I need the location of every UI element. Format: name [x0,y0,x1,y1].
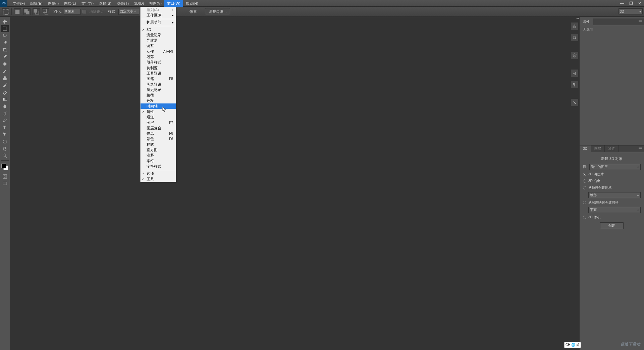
refine-edge-button[interactable]: 调整边缘... [205,8,230,15]
selection-add-icon[interactable] [23,8,31,15]
menu-item-[interactable]: 扩展功能 [141,20,176,25]
screenmode-toggle[interactable] [1,180,9,187]
menu-item-[interactable]: 画笔预设 [141,82,176,87]
color-swatches[interactable] [1,163,9,171]
pen-tool[interactable] [1,117,9,124]
menu-type[interactable]: 文字(Y) [79,0,97,7]
menu-item-[interactable]: 色板 [141,98,176,103]
zoom-tool[interactable] [1,152,9,159]
menu-item-[interactable]: 信息F8 [141,131,176,136]
layers-icon[interactable] [571,51,579,59]
type-tool[interactable]: T [1,124,9,131]
menu-item-[interactable]: 仿制源 [141,65,176,71]
menu-item-[interactable]: 路径 [141,92,176,98]
menu-item-[interactable]: 通道 [141,115,176,120]
menu-file[interactable]: 文件(F) [10,0,28,7]
radio-postcard[interactable] [583,173,586,176]
panel-menu-icon[interactable] [639,146,643,149]
workspace-mode-select[interactable]: 3D÷ [619,8,643,14]
feather-input[interactable]: 0 像素 [64,9,80,15]
marquee-tool-icon[interactable] [2,8,9,15]
menu-item-[interactable]: 字符样式 [141,164,176,169]
menu-item-[interactable]: 动作Alt+F9 [141,49,176,54]
menu-item-[interactable]: ✓属性 [141,109,176,114]
menu-item-[interactable]: 直方图 [141,147,176,152]
history-icon[interactable] [571,34,579,42]
menu-3d[interactable]: 3D(D) [131,0,147,7]
antialias-checkbox[interactable] [83,10,86,13]
maximize-button[interactable]: ❐ [627,0,635,7]
menu-image[interactable]: 图像(I) [45,0,61,7]
eraser-tool[interactable] [1,89,9,96]
marquee-tool[interactable] [1,25,9,32]
menu-item-[interactable]: 颜色F6 [141,136,176,142]
healing-tool[interactable] [1,60,9,68]
menu-layer[interactable]: 图层(L) [61,0,78,7]
ime-indicator[interactable]: CH 🌐 简 [564,342,581,348]
radio-depth[interactable] [583,201,586,204]
preset-select[interactable]: 锥形÷ [588,192,641,198]
menu-window[interactable]: 窗口(W) [164,0,183,7]
radio-extrude[interactable] [583,179,586,183]
selection-subtract-icon[interactable] [33,8,40,15]
panel-menu-icon[interactable] [639,19,643,23]
shape-tool[interactable] [1,138,9,145]
blur-tool[interactable] [1,103,9,110]
menu-item-K[interactable]: 工作区(K) [141,12,176,18]
menu-item-[interactable]: 图层复合 [141,125,176,131]
menu-item-[interactable]: 导航器 [141,38,176,43]
source-select[interactable]: 选中的图层÷ [589,164,641,170]
menu-item-[interactable]: 图层F7 [141,120,176,125]
hand-tool[interactable] [1,145,9,152]
3d-tab[interactable]: 3D [580,145,591,152]
menu-item-[interactable]: 历史记录 [141,87,176,92]
menu-item-[interactable]: ✓选项 [141,171,176,176]
menu-item-[interactable]: 调整 [141,43,176,49]
menu-item-[interactable]: 段落样式 [141,60,176,65]
menu-item-[interactable]: 测量记录 [141,32,176,38]
eyedropper-tool[interactable] [1,53,9,60]
radio-volume[interactable] [583,216,586,219]
menu-item-[interactable]: 注释 [141,153,176,158]
foreground-color[interactable] [1,164,6,168]
paragraph-icon[interactable] [571,81,579,89]
radio-preset[interactable] [583,186,586,189]
channels-tab[interactable]: 通道 [605,145,619,152]
gradient-tool[interactable] [1,96,9,103]
menu-edit[interactable]: 编辑(E) [28,0,45,7]
create-button[interactable]: 创建 [600,222,624,229]
history-brush-tool[interactable] [1,82,9,89]
depth-select[interactable]: 平面÷ [588,207,641,213]
path-select-tool[interactable] [1,131,9,138]
menu-item-[interactable]: 工具预设 [141,71,176,76]
wand-tool[interactable] [1,39,9,46]
close-button[interactable]: ✕ [635,0,644,7]
brush-tool[interactable] [1,68,9,75]
menu-select[interactable]: 选择(S) [96,0,114,7]
histogram-icon[interactable] [571,22,579,30]
layers-tab[interactable]: 图层 [591,145,605,152]
menu-item-[interactable]: 段落 [141,54,176,59]
menu-item-[interactable]: 时间轴 [141,103,176,109]
menu-item-[interactable]: 样式 [141,142,176,147]
stamp-tool[interactable] [1,75,9,82]
quickmask-toggle[interactable] [1,173,9,180]
menu-help[interactable]: 帮助(H) [183,0,201,7]
menu-item-[interactable]: ✓工具 [141,176,176,182]
tools-preset-icon[interactable] [571,98,579,106]
selection-intersect-icon[interactable] [42,8,49,15]
menu-item-[interactable]: 字符 [141,158,176,164]
character-icon[interactable]: A| [571,69,579,77]
dodge-tool[interactable] [1,110,9,117]
menu-filter[interactable]: 滤镜(T) [114,0,131,7]
properties-tab[interactable]: 属性 [580,18,593,25]
menu-item-3D[interactable]: ✓3D [141,27,176,32]
collapse-panels-icon[interactable]: ◂◂ [576,17,580,20]
lasso-tool[interactable] [1,32,9,39]
selection-new-icon[interactable] [14,8,21,15]
crop-tool[interactable] [1,46,9,53]
minimize-button[interactable]: — [618,0,627,7]
menu-view[interactable]: 视图(V) [147,0,164,7]
menu-item-[interactable]: 画笔F5 [141,76,176,82]
move-tool[interactable] [1,18,9,25]
